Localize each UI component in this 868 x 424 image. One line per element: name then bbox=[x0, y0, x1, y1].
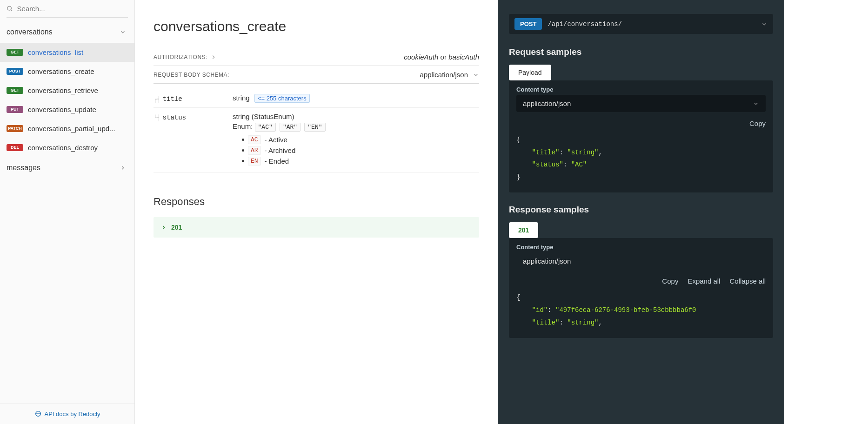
collapse-all-button[interactable]: Collapse all bbox=[729, 277, 766, 285]
search-icon bbox=[7, 5, 13, 13]
method-badge: POST bbox=[7, 68, 23, 75]
content-type-label: Content type bbox=[516, 244, 766, 251]
copy-button[interactable]: Copy bbox=[749, 119, 766, 127]
field-desc-title: string <= 255 characters bbox=[233, 94, 479, 103]
nav-item-label: conversations_create bbox=[28, 67, 94, 75]
content-type-select[interactable]: application/json bbox=[420, 71, 479, 79]
tab-payload[interactable]: Payload bbox=[509, 65, 551, 80]
chevron-right-icon bbox=[120, 165, 126, 171]
content-type-value: application/json bbox=[516, 252, 766, 270]
nav-item-conversations-update[interactable]: PUT conversations_update bbox=[0, 100, 134, 119]
response-code: 201 bbox=[171, 224, 182, 231]
nav-item-conversations-partial-update[interactable]: PATCH conversations_partial_upd... bbox=[0, 119, 134, 138]
nav-item-label: conversations_partial_upd... bbox=[28, 125, 115, 132]
search-input[interactable] bbox=[17, 5, 128, 13]
nav-item-label: conversations_destroy bbox=[28, 144, 98, 152]
chevron-down-icon bbox=[120, 29, 126, 35]
body-schema-label: REQUEST BODY SCHEMA: bbox=[154, 72, 229, 78]
nav-item-conversations-destroy[interactable]: DEL conversations_destroy bbox=[0, 138, 134, 157]
content-type-dropdown[interactable]: application/json bbox=[516, 95, 766, 112]
redocly-icon bbox=[34, 410, 42, 417]
method-badge: GET bbox=[7, 87, 23, 94]
nav-group-conversations[interactable]: conversations bbox=[0, 21, 134, 43]
response-samples-heading: Response samples bbox=[509, 205, 773, 215]
response-201[interactable]: 201 bbox=[154, 217, 479, 238]
chevron-right-icon[interactable] bbox=[210, 54, 217, 60]
field-name-title: ┌┤title bbox=[154, 94, 233, 103]
nav-group-messages[interactable]: messages bbox=[0, 157, 134, 179]
nav-item-conversations-list[interactable]: GET conversations_list bbox=[0, 43, 134, 62]
chevron-down-icon bbox=[753, 100, 759, 107]
responses-heading: Responses bbox=[154, 196, 479, 208]
chevron-down-icon bbox=[761, 21, 768, 27]
method-badge: POST bbox=[514, 18, 542, 30]
field-desc-status: string (StatusEnum) Enum: "AC" "AR" "EN"… bbox=[233, 113, 479, 167]
nav-item-conversations-retrieve[interactable]: GET conversations_retrieve bbox=[0, 81, 134, 100]
method-badge: PUT bbox=[7, 106, 23, 113]
endpoint-path: /api/conversations/ bbox=[548, 20, 755, 28]
expand-all-button[interactable]: Expand all bbox=[688, 277, 720, 285]
nav-item-label: conversations_list bbox=[28, 48, 83, 56]
request-samples-heading: Request samples bbox=[509, 47, 773, 57]
nav-item-label: conversations_update bbox=[28, 106, 96, 113]
nav-group-label: messages bbox=[7, 164, 40, 172]
response-code: { "id": "497f6eca-6276-4993-bfeb-53cbbbb… bbox=[509, 289, 773, 338]
method-badge: PATCH bbox=[7, 125, 23, 132]
request-code: { "title": "string", "status": "AC" } bbox=[509, 131, 773, 192]
nav-group-label: conversations bbox=[7, 28, 53, 36]
method-badge: DEL bbox=[7, 144, 23, 151]
auth-value: cookieAuth or basicAuth bbox=[404, 53, 479, 61]
svg-line-1 bbox=[11, 9, 12, 11]
content-type-label: Content type bbox=[516, 86, 766, 93]
copy-button[interactable]: Copy bbox=[662, 277, 678, 285]
tab-response-201[interactable]: 201 bbox=[509, 222, 538, 238]
svg-point-0 bbox=[7, 6, 12, 10]
chevron-down-icon bbox=[473, 72, 479, 78]
endpoint-selector[interactable]: POST /api/conversations/ bbox=[509, 14, 773, 34]
footer-link[interactable]: API docs by Redocly bbox=[0, 403, 134, 424]
nav-item-conversations-create[interactable]: POST conversations_create bbox=[0, 62, 134, 81]
footer-text: API docs by Redocly bbox=[45, 411, 100, 417]
method-badge: GET bbox=[7, 49, 23, 56]
field-name-status: └┤status bbox=[154, 113, 233, 121]
auth-label: AUTHORIZATIONS: bbox=[154, 54, 217, 60]
chevron-right-icon bbox=[161, 225, 167, 230]
nav-item-label: conversations_retrieve bbox=[28, 86, 98, 94]
page-title: conversations_create bbox=[154, 19, 479, 34]
